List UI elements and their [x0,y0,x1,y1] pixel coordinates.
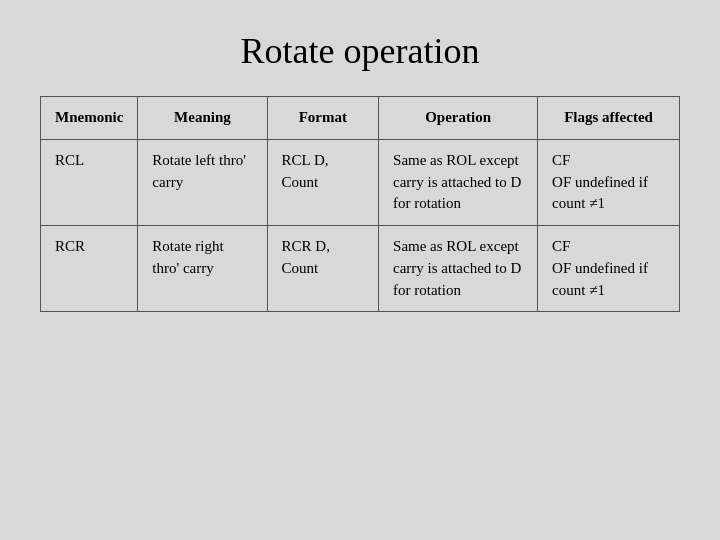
cell-meaning: Rotate right thro' carry [138,226,267,312]
table-header-row: Mnemonic Meaning Format Operation Flags … [41,97,680,140]
cell-operation: Same as ROL except carry is attached to … [379,226,538,312]
cell-flags: CFOF undefined if count ≠1 [538,226,680,312]
header-mnemonic: Mnemonic [41,97,138,140]
table-row: RCLRotate left thro' carryRCL D, CountSa… [41,139,680,225]
cell-meaning: Rotate left thro' carry [138,139,267,225]
page-title: Rotate operation [241,30,480,72]
cell-format: RCL D, Count [267,139,379,225]
cell-format: RCR D, Count [267,226,379,312]
cell-operation: Same as ROL except carry is attached to … [379,139,538,225]
header-meaning: Meaning [138,97,267,140]
cell-mnemonic: RCR [41,226,138,312]
rotate-operation-table: Mnemonic Meaning Format Operation Flags … [40,96,680,312]
header-operation: Operation [379,97,538,140]
table-row: RCRRotate right thro' carryRCR D, CountS… [41,226,680,312]
cell-mnemonic: RCL [41,139,138,225]
cell-flags: CFOF undefined if count ≠1 [538,139,680,225]
header-format: Format [267,97,379,140]
header-flags: Flags affected [538,97,680,140]
